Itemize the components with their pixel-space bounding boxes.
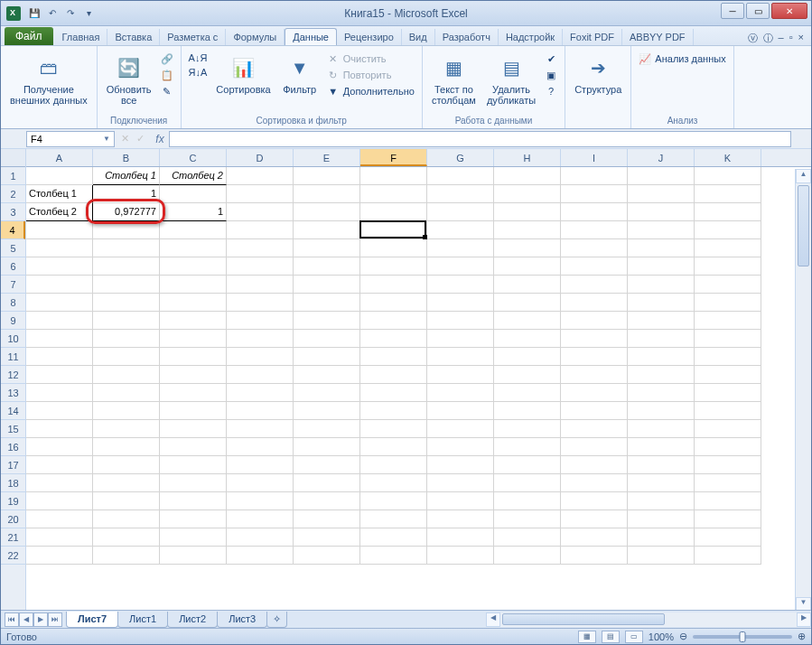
undo-button[interactable]: ↶ <box>44 5 61 22</box>
cell[interactable] <box>227 547 294 565</box>
cell[interactable] <box>695 474 761 492</box>
cell[interactable] <box>427 438 494 456</box>
cell[interactable] <box>494 203 561 221</box>
tab-view[interactable]: Вид <box>402 29 435 45</box>
cell[interactable] <box>561 420 628 438</box>
cell[interactable] <box>628 312 695 330</box>
cell[interactable] <box>26 239 93 257</box>
cell[interactable] <box>494 276 561 294</box>
cell[interactable] <box>294 510 360 528</box>
column-header[interactable]: F <box>360 149 427 166</box>
cell[interactable] <box>695 294 761 312</box>
cell[interactable] <box>494 384 561 402</box>
cell[interactable] <box>294 276 360 294</box>
cell[interactable] <box>160 547 227 565</box>
cell[interactable] <box>427 420 494 438</box>
cell[interactable] <box>628 294 695 312</box>
get-external-data-button[interactable]: 🗃 Получение внешних данных <box>6 51 91 108</box>
scroll-up-button[interactable]: ▲ <box>796 169 811 183</box>
cell[interactable] <box>628 203 695 221</box>
sort-za-button[interactable]: Я↓А <box>187 66 210 79</box>
cell[interactable] <box>628 402 695 420</box>
cell[interactable] <box>26 384 93 402</box>
cell[interactable] <box>160 384 227 402</box>
clear-filter-button[interactable]: ✕Очистить <box>325 51 416 66</box>
cell[interactable] <box>26 366 93 384</box>
cell[interactable] <box>93 384 160 402</box>
grid[interactable]: ABCDEFGHIJK Столбец 1Столбец 2Столбец 11… <box>26 149 811 612</box>
cell[interactable] <box>93 276 160 294</box>
cell[interactable] <box>561 456 628 474</box>
cell[interactable] <box>160 294 227 312</box>
cell[interactable] <box>494 547 561 565</box>
row-header[interactable]: 4 <box>1 221 25 239</box>
cell[interactable] <box>695 402 761 420</box>
cell[interactable] <box>26 456 93 474</box>
tab-last-button[interactable]: ⏭ <box>48 612 62 627</box>
cell[interactable]: Столбец 2 <box>26 203 93 221</box>
cell[interactable] <box>227 167 294 185</box>
row-header[interactable]: 5 <box>1 239 25 257</box>
cell[interactable] <box>695 456 761 474</box>
cell[interactable] <box>294 547 360 565</box>
cell[interactable] <box>695 276 761 294</box>
tab-addins[interactable]: Надстройк <box>499 29 563 45</box>
cell[interactable] <box>561 276 628 294</box>
cell[interactable] <box>695 492 761 510</box>
row-header[interactable]: 6 <box>1 257 25 276</box>
cell[interactable] <box>628 474 695 492</box>
cell[interactable] <box>628 167 695 185</box>
cell[interactable] <box>561 348 628 366</box>
connections-button[interactable]: 🔗 <box>159 51 175 66</box>
mdi-restore-icon[interactable]: ▫ <box>789 32 793 45</box>
cell[interactable] <box>93 510 160 528</box>
cell[interactable] <box>427 474 494 492</box>
cell[interactable] <box>360 547 427 565</box>
zoom-in-button[interactable]: ⊕ <box>798 631 806 642</box>
cell[interactable] <box>160 528 227 547</box>
cell[interactable] <box>561 185 628 203</box>
cell[interactable] <box>494 402 561 420</box>
cell[interactable] <box>628 510 695 528</box>
cell[interactable] <box>160 276 227 294</box>
cell[interactable] <box>26 420 93 438</box>
column-header[interactable]: J <box>628 149 695 166</box>
cell[interactable] <box>26 276 93 294</box>
cell[interactable] <box>93 420 160 438</box>
row-header[interactable]: 1 <box>1 167 25 185</box>
cell[interactable] <box>494 239 561 257</box>
cell[interactable] <box>494 294 561 312</box>
cell[interactable] <box>427 257 494 276</box>
outline-button[interactable]: ➔ Структура <box>571 51 625 97</box>
cell[interactable] <box>427 239 494 257</box>
cell[interactable] <box>427 528 494 547</box>
cell[interactable] <box>93 547 160 565</box>
cell[interactable] <box>160 492 227 510</box>
column-header[interactable]: A <box>26 149 93 166</box>
cell[interactable]: 0,972777 <box>93 203 160 221</box>
cell[interactable] <box>26 438 93 456</box>
row-header[interactable]: 8 <box>1 294 25 312</box>
sort-az-button[interactable]: А↓Я <box>187 51 210 64</box>
cell[interactable] <box>294 203 360 221</box>
tab-formulas[interactable]: Формулы <box>226 29 285 45</box>
cell[interactable] <box>360 402 427 420</box>
cell[interactable] <box>93 492 160 510</box>
text-to-columns-button[interactable]: ▦ Текст по столбцам <box>428 51 480 108</box>
cell[interactable] <box>628 185 695 203</box>
tab-home[interactable]: Главная <box>55 29 108 45</box>
cell[interactable] <box>294 185 360 203</box>
cell[interactable] <box>160 420 227 438</box>
column-header[interactable]: G <box>427 149 494 166</box>
cell[interactable] <box>26 167 93 185</box>
cell[interactable] <box>294 294 360 312</box>
cell[interactable] <box>427 203 494 221</box>
filter-button[interactable]: ▼ Фильтр <box>278 51 322 97</box>
cell[interactable] <box>628 276 695 294</box>
row-header[interactable]: 21 <box>1 528 25 547</box>
tab-next-button[interactable]: ▶ <box>33 612 48 627</box>
cell[interactable] <box>227 510 294 528</box>
cell[interactable] <box>360 528 427 547</box>
cell[interactable] <box>628 547 695 565</box>
cell[interactable] <box>227 203 294 221</box>
